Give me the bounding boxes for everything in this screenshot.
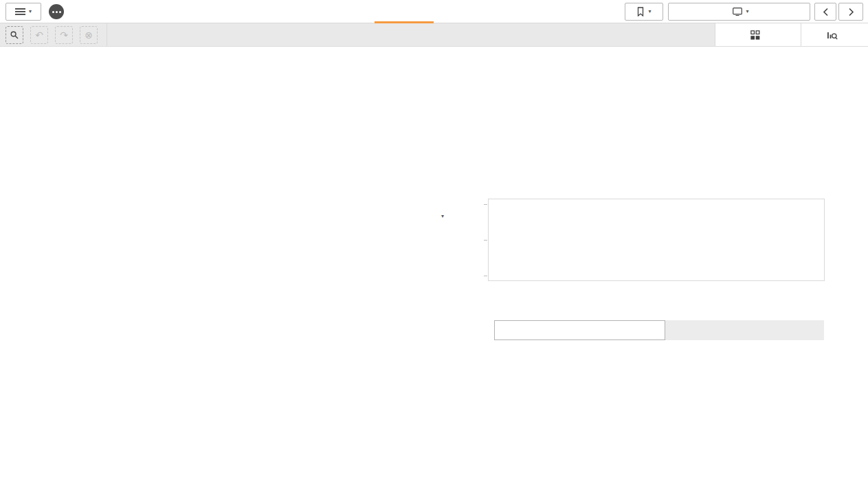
week-view-x-labels bbox=[440, 283, 835, 320]
global-menu-button[interactable]: ▾ bbox=[5, 3, 41, 21]
clear-selections-icon: ⊗ bbox=[85, 30, 93, 41]
clear-selections-button[interactable]: ⊗ bbox=[80, 26, 98, 44]
bookmark-button[interactable]: ▾ bbox=[625, 3, 663, 21]
toolbar-divider bbox=[107, 23, 107, 46]
week-view-plot[interactable] bbox=[488, 199, 825, 281]
smart-search-button[interactable] bbox=[5, 26, 23, 44]
tab-story[interactable] bbox=[443, 0, 486, 23]
gauge-arc bbox=[274, 186, 355, 228]
app-window: ▾ ▾ ▾ bbox=[0, 0, 868, 479]
tab-analysis[interactable] bbox=[375, 0, 434, 23]
sheet-selector-button[interactable]: ▾ bbox=[668, 3, 810, 21]
y-tickmark bbox=[484, 276, 487, 276]
kpi-overall[interactable] bbox=[88, 208, 92, 212]
hamburger-icon bbox=[15, 8, 25, 16]
next-sheet-button[interactable] bbox=[838, 3, 863, 21]
undo-selection-button[interactable]: ↶ bbox=[30, 26, 48, 44]
app-logo-icon bbox=[49, 4, 64, 19]
caret-down-icon: ▾ bbox=[746, 9, 748, 14]
bookmark-icon bbox=[636, 7, 645, 16]
time-range-slider-track[interactable] bbox=[665, 320, 824, 340]
y-axis-caret-icon[interactable]: ▾ bbox=[441, 213, 444, 219]
sheet-icon bbox=[733, 8, 742, 16]
redo-icon: ↷ bbox=[60, 30, 68, 41]
oee-gauge[interactable] bbox=[274, 186, 355, 228]
insights-button[interactable] bbox=[801, 23, 868, 46]
insights-icon bbox=[827, 30, 838, 40]
selections-icon bbox=[750, 30, 760, 40]
selections-tool-button[interactable] bbox=[715, 23, 801, 46]
bar-chart-minimap[interactable] bbox=[799, 383, 832, 418]
previous-sheet-button[interactable] bbox=[814, 3, 836, 21]
undo-icon: ↶ bbox=[35, 30, 43, 41]
by-operation-plot[interactable] bbox=[487, 383, 792, 421]
selections-toolbar: ↶ ↷ ⊗ bbox=[0, 23, 868, 47]
redo-selection-button[interactable]: ↷ bbox=[55, 26, 73, 44]
title-bar: ▾ ▾ ▾ bbox=[0, 0, 868, 23]
caret-down-icon: ▾ bbox=[29, 9, 32, 14]
kpi-performance[interactable] bbox=[87, 340, 89, 341]
y-tickmark bbox=[484, 240, 487, 241]
search-icon bbox=[10, 30, 19, 40]
chevron-left-icon bbox=[823, 8, 829, 16]
kpi-availability[interactable] bbox=[87, 274, 89, 274]
chevron-right-icon bbox=[848, 8, 854, 16]
time-range-slider-window[interactable] bbox=[494, 320, 665, 340]
y-tickmark bbox=[484, 204, 487, 205]
caret-down-icon: ▾ bbox=[648, 9, 651, 14]
kpi-quality[interactable] bbox=[77, 406, 79, 407]
